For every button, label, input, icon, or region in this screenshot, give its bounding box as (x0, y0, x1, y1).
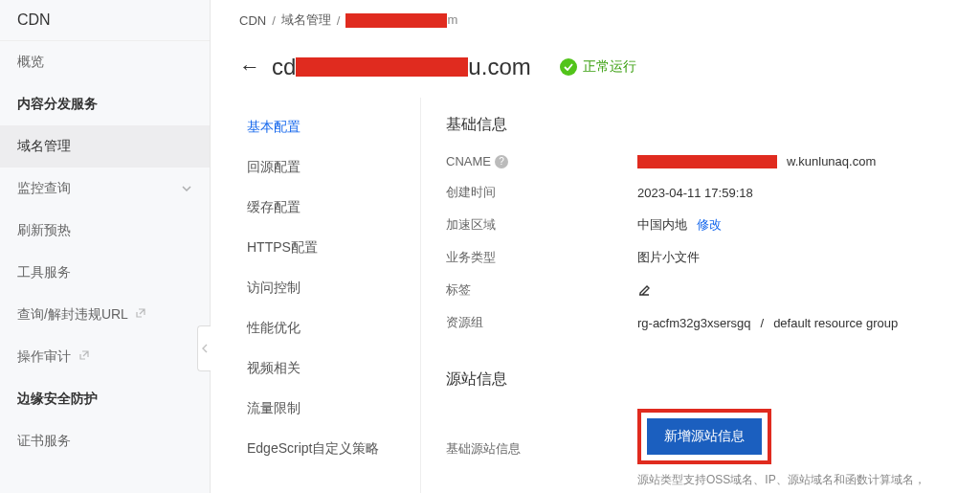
sidebar-item-monitor[interactable]: 监控查询 (0, 168, 210, 210)
sidebar-item-violation-url[interactable]: 查询/解封违规URL (0, 294, 210, 336)
tab-video[interactable]: 视频相关 (239, 348, 420, 389)
redacted-text (345, 13, 447, 28)
tab-basic[interactable]: 基本配置 (239, 107, 420, 147)
source-hint: 源站类型支持OSS域名、IP、源站域名和函数计算域名， (637, 472, 925, 488)
external-link-icon (78, 349, 90, 361)
tab-traffic[interactable]: 流量限制 (239, 389, 420, 429)
main-area: CDN / 域名管理 / m ← cdu.com 正常运行 (211, 0, 980, 493)
detail-panel: 基础信息 CNAME? w.kunlunaq.com 创建时间 2023-04-… (421, 98, 951, 493)
sidebar-section-cdn: 内容分发服务 (0, 83, 210, 125)
external-link-icon (135, 307, 146, 319)
sidebar-item-cert[interactable]: 证书服务 (0, 420, 210, 462)
page-header: ← cdu.com 正常运行 (239, 40, 951, 98)
tab-https[interactable]: HTTPS配置 (239, 228, 420, 268)
sidebar-item-domain[interactable]: 域名管理 (0, 125, 210, 168)
sidebar-item-audit[interactable]: 操作审计 (0, 336, 210, 378)
row-resource-group: 资源组 rg-acfm32g3xsersgq / default resourc… (446, 314, 951, 331)
redacted-text (296, 57, 468, 77)
breadcrumb: CDN / 域名管理 / m (239, 0, 951, 40)
tab-perf[interactable]: 性能优化 (239, 308, 420, 348)
breadcrumb-current: m (345, 12, 457, 28)
row-source-basic: 基础源站信息 新增源站信息 源站类型支持OSS域名、IP、源站域名和函数计算域名… (446, 409, 951, 488)
help-icon[interactable]: ? (495, 155, 508, 168)
row-tag: 标签 (446, 281, 951, 299)
chevron-down-icon (181, 183, 192, 194)
config-tabs: 基本配置 回源配置 缓存配置 HTTPS配置 访问控制 性能优化 视频相关 流量… (239, 98, 421, 493)
sidebar-collapse-toggle[interactable] (197, 325, 211, 371)
back-button[interactable]: ← (239, 56, 260, 78)
source-info-title: 源站信息 (446, 370, 951, 390)
check-circle-icon (560, 58, 577, 76)
row-cname: CNAME? w.kunlunaq.com (446, 154, 951, 168)
product-name: CDN (0, 0, 210, 41)
sidebar-item-overview[interactable]: 概览 (0, 41, 210, 83)
redacted-text (637, 155, 777, 168)
tab-origin[interactable]: 回源配置 (239, 147, 420, 188)
row-created: 创建时间 2023-04-11 17:59:18 (446, 184, 951, 201)
sidebar-item-refresh[interactable]: 刷新预热 (0, 210, 210, 252)
breadcrumb-domain[interactable]: 域名管理 (281, 11, 331, 29)
row-biz: 业务类型 图片小文件 (446, 249, 951, 266)
sidebar: CDN 概览 内容分发服务 域名管理 监控查询 刷新预热 工具服务 查询/解封违… (0, 0, 211, 493)
basic-info-title: 基础信息 (446, 115, 951, 135)
status-badge: 正常运行 (560, 58, 636, 76)
tab-edgescript[interactable]: EdgeScript自定义策略 (239, 429, 420, 469)
row-region: 加速区域 中国内地 修改 (446, 216, 951, 234)
page-title: cdu.com (272, 54, 531, 80)
sidebar-item-tools[interactable]: 工具服务 (0, 252, 210, 294)
highlight-box: 新增源站信息 (637, 409, 771, 464)
tab-cache[interactable]: 缓存配置 (239, 188, 420, 228)
edit-icon[interactable] (637, 283, 651, 297)
add-source-button[interactable]: 新增源站信息 (647, 418, 762, 455)
modify-region-link[interactable]: 修改 (697, 216, 722, 234)
sidebar-section-security: 边缘安全防护 (0, 378, 210, 420)
tab-access[interactable]: 访问控制 (239, 268, 420, 308)
breadcrumb-cdn[interactable]: CDN (239, 13, 266, 28)
chevron-left-icon (201, 343, 209, 354)
